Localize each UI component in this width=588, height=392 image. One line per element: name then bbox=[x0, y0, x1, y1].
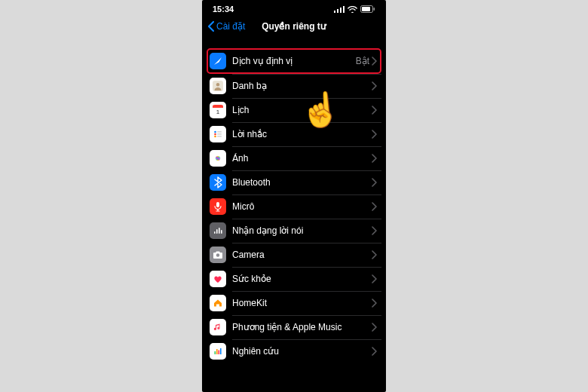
research-icon bbox=[210, 343, 226, 360]
speech-icon bbox=[210, 222, 226, 239]
svg-rect-3 bbox=[343, 6, 345, 13]
row-homekit[interactable]: HomeKit bbox=[207, 291, 381, 315]
reminders-icon bbox=[210, 126, 226, 142]
row-label: HomeKit bbox=[232, 298, 371, 308]
bluetooth-icon bbox=[210, 174, 226, 191]
svg-rect-30 bbox=[216, 229, 218, 234]
camera-icon bbox=[210, 247, 226, 263]
svg-point-33 bbox=[216, 253, 219, 256]
chevron-right-icon bbox=[371, 274, 377, 283]
row-camera[interactable]: Camera bbox=[207, 243, 381, 267]
location-icon bbox=[210, 53, 226, 69]
status-bar: 15:34 bbox=[202, 0, 386, 17]
health-icon bbox=[210, 271, 226, 287]
row-label: Phương tiện & Apple Music bbox=[232, 322, 371, 332]
calendar-icon: 1 bbox=[210, 102, 226, 118]
back-button[interactable]: Cài đặt bbox=[207, 20, 245, 32]
photos-icon bbox=[210, 150, 226, 167]
chevron-right-icon bbox=[371, 323, 377, 332]
svg-point-14 bbox=[214, 131, 216, 133]
row-label: Danh bạ bbox=[232, 81, 371, 91]
row-label: Nghiên cứu bbox=[232, 346, 371, 357]
svg-rect-41 bbox=[220, 348, 222, 354]
row-label: Nhận dạng lời nói bbox=[232, 225, 371, 236]
row-label: Lịch bbox=[232, 105, 371, 115]
row-bluetooth[interactable]: Bluetooth bbox=[207, 170, 381, 194]
row-photos[interactable]: Ảnh bbox=[207, 146, 381, 170]
svg-rect-0 bbox=[334, 11, 335, 13]
row-speech[interactable]: Nhận dạng lời nói bbox=[207, 219, 381, 243]
svg-rect-40 bbox=[219, 351, 220, 355]
row-microphone[interactable]: Micrô bbox=[207, 194, 381, 219]
chevron-right-icon bbox=[371, 178, 377, 187]
row-calendar[interactable]: 1Lịch bbox=[207, 98, 381, 122]
svg-point-8 bbox=[216, 83, 219, 86]
chevron-right-icon bbox=[371, 57, 377, 66]
media-icon bbox=[210, 319, 226, 335]
homekit-icon bbox=[210, 295, 226, 311]
svg-rect-18 bbox=[217, 133, 222, 134]
svg-rect-28 bbox=[216, 202, 219, 207]
back-label: Cài đặt bbox=[216, 21, 245, 32]
row-label: Sức khỏe bbox=[232, 274, 371, 284]
phone-frame: 15:34 Cài đặt Quyền riêng tư Dịch vụ địn… bbox=[202, 0, 386, 392]
chevron-right-icon bbox=[371, 154, 377, 163]
svg-point-16 bbox=[214, 136, 216, 138]
svg-rect-1 bbox=[337, 9, 338, 13]
row-reminders[interactable]: Lời nhắc bbox=[207, 122, 381, 146]
settings-list: Dịch vụ định vịBậtDanh bạ1LịchLời nhắcẢn… bbox=[202, 41, 386, 363]
svg-rect-2 bbox=[340, 8, 341, 13]
signal-icon bbox=[334, 6, 345, 13]
row-contacts[interactable]: Danh bạ bbox=[207, 74, 381, 98]
row-label: Lời nhắc bbox=[232, 129, 371, 139]
status-indicators bbox=[334, 5, 375, 13]
row-media[interactable]: Phương tiện & Apple Music bbox=[207, 315, 381, 339]
row-location[interactable]: Dịch vụ định vịBật bbox=[207, 48, 381, 74]
chevron-right-icon bbox=[371, 106, 377, 115]
chevron-right-icon bbox=[371, 250, 377, 259]
status-time: 15:34 bbox=[213, 5, 234, 14]
row-label: Bluetooth bbox=[232, 177, 371, 188]
chevron-right-icon bbox=[371, 130, 377, 139]
row-label: Dịch vụ định vị bbox=[232, 56, 356, 66]
row-label: Camera bbox=[232, 250, 371, 260]
chevron-right-icon bbox=[371, 81, 377, 90]
svg-point-15 bbox=[214, 133, 216, 136]
svg-rect-37 bbox=[213, 346, 223, 357]
svg-rect-38 bbox=[215, 351, 216, 354]
nav-bar: Cài đặt Quyền riêng tư bbox=[202, 17, 386, 41]
contacts-icon bbox=[210, 78, 226, 94]
svg-rect-5 bbox=[362, 7, 370, 11]
svg-rect-31 bbox=[219, 228, 220, 234]
svg-rect-39 bbox=[216, 349, 218, 354]
row-label: Micrô bbox=[232, 201, 371, 212]
chevron-right-icon bbox=[371, 347, 377, 356]
svg-text:1: 1 bbox=[216, 109, 220, 115]
chevron-left-icon bbox=[207, 20, 216, 32]
chevron-right-icon bbox=[371, 226, 377, 235]
svg-rect-17 bbox=[217, 131, 222, 132]
battery-icon bbox=[360, 5, 375, 13]
row-label: Ảnh bbox=[232, 153, 371, 164]
microphone-icon bbox=[210, 198, 226, 215]
row-value: Bật bbox=[356, 56, 369, 66]
chevron-right-icon bbox=[371, 299, 377, 308]
svg-rect-19 bbox=[217, 136, 222, 136]
svg-rect-29 bbox=[214, 231, 216, 234]
svg-rect-32 bbox=[221, 230, 222, 234]
row-research[interactable]: Nghiên cứu bbox=[207, 339, 381, 363]
svg-rect-36 bbox=[213, 322, 223, 332]
row-health[interactable]: Sức khỏe bbox=[207, 267, 381, 291]
svg-rect-6 bbox=[374, 8, 375, 11]
chevron-right-icon bbox=[371, 202, 377, 211]
wifi-icon bbox=[348, 6, 357, 13]
